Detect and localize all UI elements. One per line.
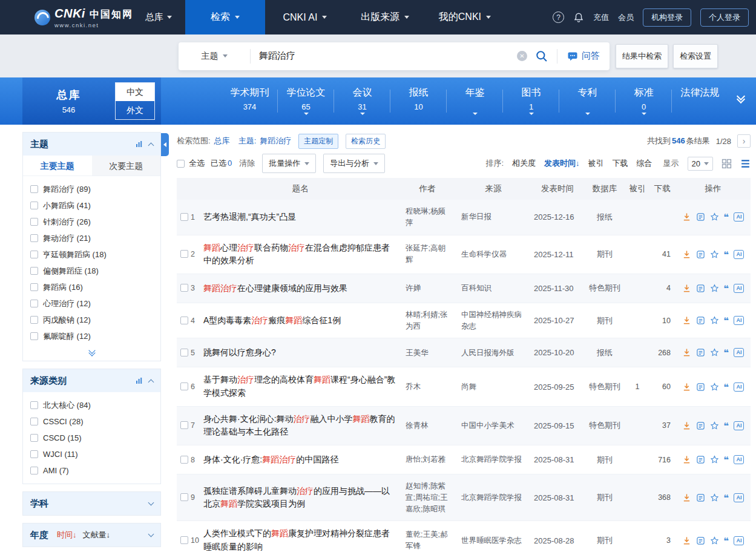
- row-title-link[interactable]: 跳舞何以疗愈身心?: [201, 346, 399, 359]
- download-icon[interactable]: [682, 250, 691, 259]
- nav-item-my-cnki[interactable]: 我的CNKI: [425, 0, 505, 34]
- library-selector[interactable]: 总库: [145, 11, 172, 23]
- row-title-link[interactable]: 舞蹈心理治疗联合药物治疗在混合焦虑抑郁症患者中的效果分析: [201, 241, 399, 268]
- next-page-button[interactable]: ›: [737, 134, 751, 148]
- row-authors[interactable]: 许婵: [399, 283, 455, 294]
- row-authors[interactable]: 董乾;王美;郝军锋: [399, 529, 455, 552]
- favorite-icon[interactable]: [710, 421, 719, 430]
- favorite-icon[interactable]: [710, 536, 719, 545]
- db-tab-book[interactable]: 图书1: [503, 77, 559, 125]
- db-tab-newspaper[interactable]: 报纸10: [390, 77, 447, 125]
- source-category-item[interactable]: 北大核心 (84): [30, 397, 153, 413]
- sort-by-count-icon[interactable]: [136, 377, 143, 384]
- row-checkbox[interactable]: [180, 250, 188, 258]
- row-checkbox[interactable]: [180, 536, 188, 544]
- row-checkbox[interactable]: [180, 213, 188, 221]
- filter-checkbox[interactable]: [30, 418, 38, 425]
- cite-icon[interactable]: ❝: [724, 316, 729, 325]
- cnki-logo[interactable]: CNKi 中国知网 www.cnki.net: [35, 7, 133, 28]
- row-authors[interactable]: 张延芹;高朝辉: [399, 243, 455, 266]
- export-analyze-button[interactable]: 导出与分析: [323, 154, 385, 173]
- sort-option-pub-date[interactable]: 发表时间↓: [544, 158, 580, 169]
- read-online-icon[interactable]: [696, 212, 705, 222]
- filter-checkbox[interactable]: [30, 283, 38, 291]
- filter-checkbox[interactable]: [30, 202, 38, 209]
- topic-tab-1[interactable]: 次要主题: [92, 156, 161, 176]
- topic-filter-item[interactable]: 偏侧舞蹈症 (18): [30, 263, 153, 279]
- ai-assistant-badge[interactable]: AI: [734, 250, 744, 259]
- grid-view-icon[interactable]: [721, 159, 732, 169]
- download-icon[interactable]: [682, 348, 691, 357]
- topic-filter-item[interactable]: 针刺治疗 (26): [30, 214, 153, 230]
- clear-search-icon[interactable]: ✕: [517, 51, 527, 61]
- favorite-icon[interactable]: [710, 316, 719, 325]
- read-online-icon[interactable]: [696, 382, 705, 392]
- nav-item-search[interactable]: 检索: [185, 0, 265, 34]
- row-title-link[interactable]: 舞蹈治疗在心理健康领域的应用与效果: [201, 282, 399, 295]
- cite-icon[interactable]: ❝: [724, 493, 729, 502]
- row-source[interactable]: 北京舞蹈学院学报: [455, 492, 531, 504]
- batch-operation-button[interactable]: 批量操作: [262, 154, 316, 173]
- db-tab-thesis[interactable]: 学位论文65: [278, 77, 334, 125]
- cite-icon[interactable]: ❝: [724, 212, 729, 222]
- row-authors[interactable]: 乔木: [399, 381, 455, 393]
- filter-checkbox[interactable]: [30, 332, 38, 340]
- select-all-checkbox[interactable]: [177, 160, 185, 168]
- cite-icon[interactable]: ❝: [724, 250, 729, 259]
- topic-expand-button[interactable]: [23, 346, 160, 361]
- read-online-icon[interactable]: [696, 493, 705, 502]
- filter-checkbox[interactable]: [30, 316, 38, 324]
- list-view-icon[interactable]: [740, 159, 751, 169]
- row-checkbox[interactable]: [180, 317, 188, 324]
- member-link[interactable]: 会员: [618, 12, 634, 23]
- sort-option-relevance[interactable]: 相关度: [512, 158, 536, 169]
- nav-item-publications[interactable]: 出版来源: [345, 0, 425, 34]
- source-category-item[interactable]: CSCD (15): [30, 430, 153, 446]
- search-field-selector[interactable]: 主题: [179, 51, 250, 62]
- filter-checkbox[interactable]: [30, 450, 38, 458]
- clear-selection-link[interactable]: 清除: [239, 158, 255, 169]
- row-source[interactable]: 人民日报海外版: [455, 347, 531, 359]
- ai-assistant-badge[interactable]: AI: [734, 455, 744, 464]
- sort-option-cited[interactable]: 被引: [588, 158, 604, 169]
- download-icon[interactable]: [682, 493, 691, 502]
- read-online-icon[interactable]: [696, 536, 705, 545]
- filter-checkbox[interactable]: [30, 401, 38, 409]
- sort-option-comprehensive[interactable]: 综合: [637, 158, 652, 169]
- filter-checkbox[interactable]: [30, 218, 38, 226]
- filter-checkbox[interactable]: [30, 434, 38, 442]
- org-login-button[interactable]: 机构登录: [643, 8, 691, 27]
- recharge-link[interactable]: 充值: [593, 12, 609, 23]
- read-online-icon[interactable]: [696, 250, 705, 259]
- sidebar-collapse-handle[interactable]: [161, 133, 169, 156]
- download-icon[interactable]: [682, 382, 691, 392]
- db-tab-conference[interactable]: 会议31: [334, 77, 390, 125]
- row-checkbox[interactable]: [180, 284, 188, 292]
- row-source[interactable]: 生命科学仪器: [455, 249, 531, 260]
- topic-filter-header[interactable]: 主题: [23, 133, 160, 156]
- ai-assistant-badge[interactable]: AI: [734, 536, 744, 545]
- ai-assistant-badge[interactable]: AI: [734, 421, 744, 430]
- source-category-header[interactable]: 来源类别: [23, 369, 160, 392]
- favorite-icon[interactable]: [710, 284, 719, 293]
- ai-assistant-badge[interactable]: AI: [734, 348, 744, 357]
- qa-button[interactable]: 问答: [557, 50, 610, 62]
- row-source[interactable]: 百科知识: [455, 283, 531, 294]
- cite-icon[interactable]: ❝: [724, 382, 729, 392]
- search-settings-button[interactable]: 检索设置: [673, 44, 718, 68]
- favorite-icon[interactable]: [710, 493, 719, 502]
- ai-assistant-badge[interactable]: AI: [734, 493, 744, 502]
- notification-bell-icon[interactable]: [573, 12, 584, 23]
- search-input[interactable]: [251, 51, 517, 61]
- filter-checkbox[interactable]: [30, 267, 38, 275]
- read-online-icon[interactable]: [696, 421, 705, 430]
- row-authors[interactable]: 王美华: [399, 347, 455, 359]
- help-icon[interactable]: ?: [553, 11, 564, 23]
- download-icon[interactable]: [682, 316, 691, 325]
- db-tab-total[interactable]: 总库 546 中文 外文: [22, 77, 161, 125]
- topic-filter-item[interactable]: 舞蹈治疗 (89): [30, 181, 153, 197]
- row-authors[interactable]: 唐怡;刘若雅: [399, 454, 455, 465]
- row-checkbox[interactable]: [180, 382, 188, 390]
- cite-icon[interactable]: ❝: [724, 455, 729, 464]
- search-history-button[interactable]: 检索历史: [346, 134, 386, 149]
